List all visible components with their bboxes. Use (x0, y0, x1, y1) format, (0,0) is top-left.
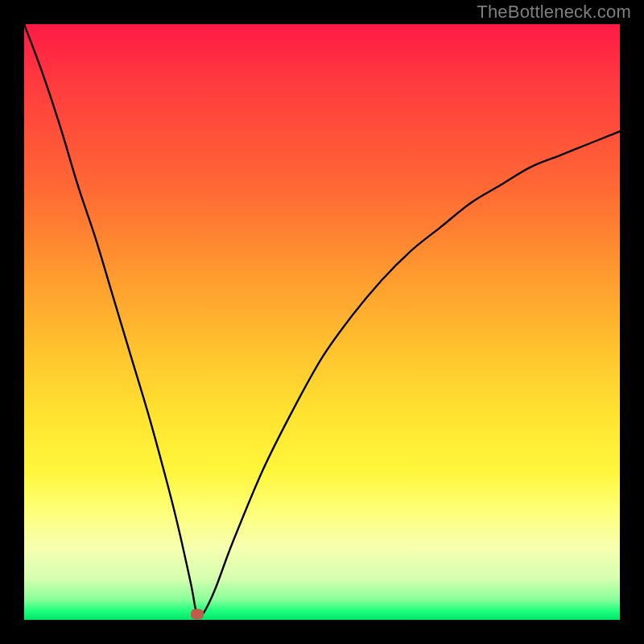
plot-area (24, 24, 620, 620)
bottleneck-curve (24, 24, 620, 620)
watermark-text: TheBottleneck.com (477, 2, 631, 23)
min-marker (191, 609, 204, 619)
chart-frame: TheBottleneck.com (0, 0, 644, 644)
